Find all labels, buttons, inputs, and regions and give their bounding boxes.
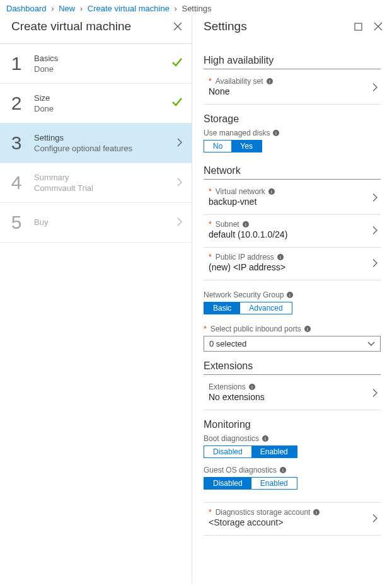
chevron-right-icon (372, 258, 378, 269)
required-indicator: * (209, 508, 212, 517)
toggle-enabled[interactable]: Enabled (251, 446, 297, 457)
chevron-down-icon (367, 339, 375, 348)
close-icon[interactable] (173, 21, 183, 32)
panel-title: Settings (204, 20, 247, 33)
svg-text:i: i (269, 79, 270, 84)
required-indicator: * (209, 187, 212, 196)
step-title: Basics (34, 54, 161, 63)
svg-text:i: i (307, 326, 308, 332)
section-high-availability: High availability (204, 55, 381, 66)
info-icon[interactable]: i (277, 253, 284, 261)
step-buy[interactable]: 5 Buy (0, 203, 192, 243)
section-monitoring: Monitoring (204, 419, 381, 430)
field-label: Network Security Group (204, 290, 284, 299)
info-icon[interactable]: i (268, 188, 275, 195)
public-ip-field[interactable]: * Public IP address i (new) <IP address> (204, 250, 381, 277)
restore-icon[interactable] (353, 21, 363, 32)
chevron-right-icon: › (78, 4, 85, 13)
info-icon[interactable]: i (262, 435, 269, 442)
step-basics[interactable]: 1 Basics Done (0, 44, 192, 84)
svg-text:i: i (316, 510, 318, 515)
divider (204, 69, 381, 69)
settings-panel: Settings High availability * Availabilit… (192, 16, 392, 584)
step-number: 3 (9, 132, 24, 154)
toggle-disabled[interactable]: Disabled (204, 478, 251, 489)
divider (204, 280, 381, 280)
toggle-yes[interactable]: Yes (231, 141, 262, 152)
guest-diagnostics-toggle[interactable]: Disabled Enabled (204, 477, 297, 490)
chevron-right-icon (372, 388, 378, 399)
breadcrumb-link[interactable]: New (59, 4, 75, 13)
chevron-right-icon: › (172, 4, 180, 13)
required-indicator: * (209, 253, 212, 261)
svg-text:i: i (280, 255, 281, 260)
breadcrumb-current: Settings (182, 4, 211, 13)
step-title: Summary (34, 173, 166, 182)
availability-set-field[interactable]: * Availability set i None (204, 74, 381, 101)
virtual-network-field[interactable]: * Virtual network i backup-vnet (204, 185, 381, 212)
field-value: None (209, 86, 372, 96)
subnet-field[interactable]: * Subnet i default (10.0.1.0/24) (204, 217, 381, 244)
chevron-right-icon (372, 226, 378, 236)
step-title: Buy (34, 217, 166, 227)
extensions-field[interactable]: Extensions i No extensions (204, 380, 381, 407)
toggle-disabled[interactable]: Disabled (204, 446, 251, 457)
step-title: Size (34, 93, 161, 103)
field-label: Diagnostics storage account (216, 508, 311, 517)
toggle-no[interactable]: No (204, 141, 231, 152)
breadcrumb-link[interactable]: Dashboard (6, 4, 47, 13)
step-number: 1 (9, 53, 24, 74)
svg-text:i: i (282, 468, 284, 473)
field-label: Virtual network (216, 187, 265, 196)
field-value: <Storage account> (209, 517, 372, 527)
step-settings[interactable]: 3 Settings Configure optional features (0, 124, 192, 163)
step-subtitle: Commvault Trial (34, 183, 166, 193)
chevron-right-icon (176, 178, 183, 188)
divider (204, 179, 381, 180)
field-label: Boot diagnostics (204, 434, 259, 443)
close-icon[interactable] (373, 21, 383, 32)
field-label: Select public inbound ports (210, 325, 301, 333)
info-icon[interactable]: i (248, 383, 256, 391)
breadcrumb-link[interactable]: Create virtual machine (88, 4, 170, 13)
divider (204, 502, 381, 503)
boot-diagnostics-toggle[interactable]: Disabled Enabled (204, 445, 297, 458)
step-subtitle: Done (34, 104, 161, 113)
svg-text:i: i (251, 384, 253, 390)
step-title: Settings (34, 133, 166, 142)
section-extensions: Extensions (204, 360, 381, 372)
step-summary[interactable]: 4 Summary Commvault Trial (0, 163, 192, 203)
toggle-enabled[interactable]: Enabled (251, 478, 297, 489)
info-icon[interactable]: i (242, 221, 250, 228)
toggle-basic[interactable]: Basic (204, 302, 240, 314)
chevron-right-icon (372, 514, 378, 524)
step-number: 2 (9, 93, 24, 114)
info-icon[interactable]: i (286, 291, 294, 299)
svg-text:i: i (290, 292, 291, 298)
wizard-steps: 1 Basics Done 2 Size Done (0, 43, 192, 243)
info-icon[interactable]: i (279, 466, 287, 474)
info-icon[interactable]: i (313, 508, 320, 516)
step-size[interactable]: 2 Size Done (0, 84, 192, 124)
toggle-advanced[interactable]: Advanced (240, 302, 291, 314)
managed-disks-toggle[interactable]: No Yes (204, 140, 262, 152)
svg-text:i: i (245, 222, 246, 227)
field-label: Extensions (209, 382, 246, 391)
field-value: (new) <IP address> (209, 262, 372, 272)
inbound-ports-dropdown[interactable]: 0 selected (204, 336, 381, 352)
diagnostics-storage-field[interactable]: * Diagnostics storage account i <Storage… (204, 505, 381, 532)
info-icon[interactable]: i (304, 325, 311, 333)
divider (204, 410, 381, 410)
field-label: Subnet (216, 220, 239, 229)
svg-text:i: i (276, 130, 277, 136)
chevron-right-icon (176, 138, 183, 149)
step-subtitle: Configure optional features (34, 144, 166, 153)
divider (204, 535, 381, 536)
info-icon[interactable]: i (272, 129, 280, 137)
step-number: 5 (9, 212, 24, 233)
info-icon[interactable]: i (266, 78, 274, 85)
check-icon (171, 96, 183, 111)
nsg-toggle[interactable]: Basic Advanced (204, 302, 292, 314)
field-value: No extensions (209, 392, 372, 402)
chevron-right-icon (372, 193, 378, 204)
